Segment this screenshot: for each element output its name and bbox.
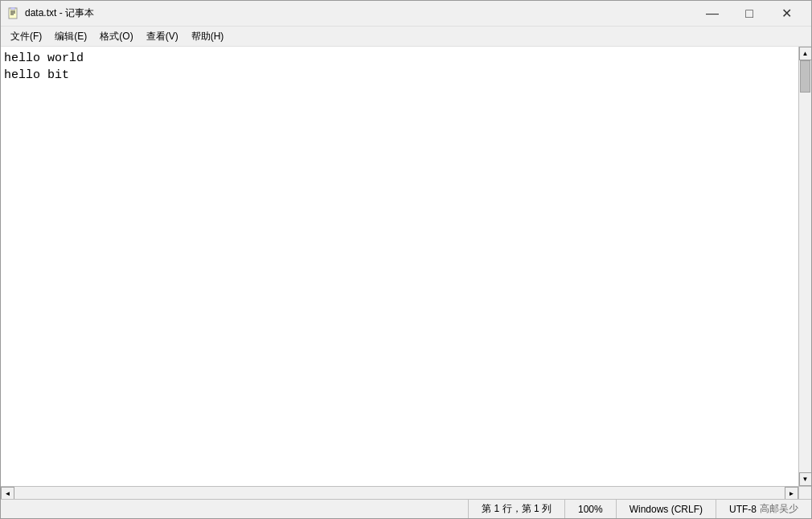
menu-format[interactable]: 格式(O) bbox=[93, 27, 139, 45]
content-area: ▲ ▼ bbox=[1, 47, 811, 486]
scrollbar-corner bbox=[798, 487, 811, 500]
svg-rect-1 bbox=[10, 7, 15, 10]
menu-view[interactable]: 查看(V) bbox=[140, 27, 185, 45]
scroll-right-button[interactable]: ► bbox=[785, 487, 798, 500]
maximize-button[interactable]: □ bbox=[731, 1, 768, 27]
status-zoom: 100% bbox=[564, 500, 616, 518]
app-icon bbox=[7, 7, 20, 20]
menu-file[interactable]: 文件(F) bbox=[4, 27, 48, 45]
status-position: 第 1 行，第 1 列 bbox=[468, 500, 564, 518]
titlebar: data.txt - 记事本 — □ ✕ bbox=[1, 1, 811, 27]
window-controls: — □ ✕ bbox=[694, 1, 805, 27]
status-encoding: UTF-8 高邮吴少 bbox=[716, 500, 811, 518]
status-line-ending: Windows (CRLF) bbox=[616, 500, 716, 518]
scroll-track-vertical[interactable] bbox=[799, 60, 811, 472]
menu-help[interactable]: 帮助(H) bbox=[185, 27, 231, 45]
text-editor[interactable] bbox=[1, 47, 798, 486]
notepad-window: data.txt - 记事本 — □ ✕ 文件(F) 编辑(E) 格式(O) 查… bbox=[0, 0, 812, 519]
scroll-up-button[interactable]: ▲ bbox=[799, 47, 812, 60]
vertical-scrollbar: ▲ ▼ bbox=[798, 47, 811, 486]
scroll-left-button[interactable]: ◄ bbox=[1, 487, 14, 500]
minimize-button[interactable]: — bbox=[694, 1, 731, 27]
horizontal-scrollbar: ◄ ► bbox=[1, 487, 798, 500]
statusbar: 第 1 行，第 1 列 100% Windows (CRLF) UTF-8 高邮… bbox=[1, 499, 811, 518]
bottom-scrollbar-area: ◄ ► bbox=[1, 486, 811, 499]
menu-edit[interactable]: 编辑(E) bbox=[48, 27, 93, 45]
scroll-thumb-vertical[interactable] bbox=[800, 60, 810, 93]
close-button[interactable]: ✕ bbox=[768, 1, 805, 27]
window-title: data.txt - 记事本 bbox=[25, 6, 694, 20]
menubar: 文件(F) 编辑(E) 格式(O) 查看(V) 帮助(H) bbox=[1, 27, 811, 47]
scroll-down-button[interactable]: ▼ bbox=[799, 472, 812, 486]
scroll-track-horizontal[interactable] bbox=[14, 487, 785, 500]
